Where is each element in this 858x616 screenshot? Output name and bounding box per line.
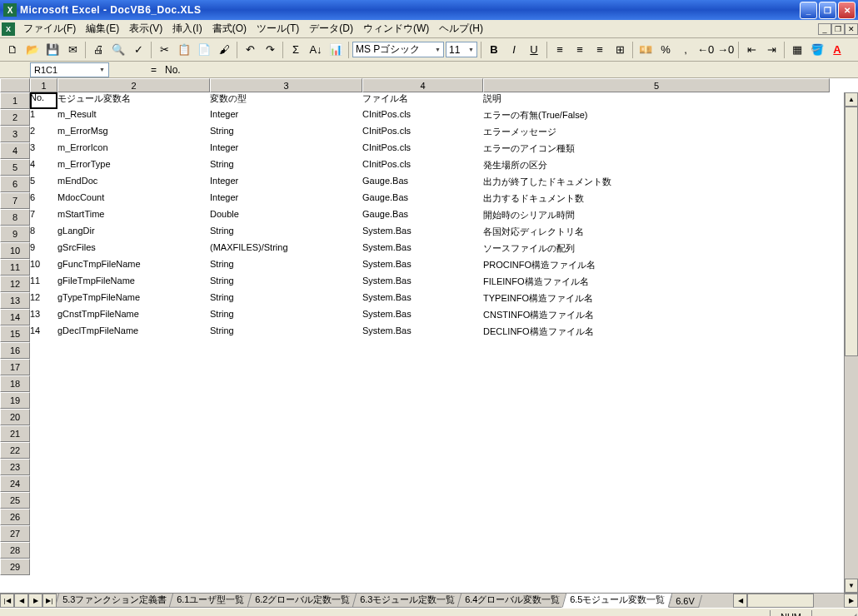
cell[interactable]: Gauge.Bas (362, 192, 483, 209)
sort-button[interactable]: A↓ (307, 41, 325, 59)
cell[interactable]: mStartTime (57, 209, 210, 226)
row-header[interactable]: 9 (0, 226, 30, 242)
cell[interactable] (57, 525, 210, 542)
cell[interactable]: 8 (30, 226, 57, 242)
cell[interactable] (362, 509, 483, 525)
row-header[interactable]: 28 (0, 542, 30, 559)
cell[interactable] (362, 542, 483, 559)
cell[interactable] (57, 359, 210, 375)
scroll-thumb[interactable] (747, 594, 814, 608)
row-header[interactable]: 5 (0, 159, 30, 176)
cell[interactable] (483, 525, 830, 542)
cell[interactable]: Gauge.Bas (362, 209, 483, 226)
cell[interactable]: モジュール変数名 (57, 92, 210, 109)
cell[interactable]: Double (210, 209, 362, 226)
cell[interactable] (210, 392, 362, 409)
cell[interactable] (30, 525, 57, 542)
cell[interactable] (57, 559, 210, 575)
cell[interactable] (30, 475, 57, 492)
cell[interactable]: CInitPos.cls (362, 109, 483, 126)
comma-button[interactable]: , (676, 41, 695, 59)
cell[interactable]: Integer (210, 192, 362, 209)
cell[interactable]: m_ErrorMsg (57, 126, 210, 142)
cell[interactable] (483, 509, 830, 525)
cell[interactable]: m_ErrorIcon (57, 142, 210, 159)
format-painter-button[interactable]: 🖌 (215, 41, 233, 59)
cell[interactable]: 2 (30, 126, 57, 142)
chart-button[interactable]: 📊 (327, 41, 345, 59)
cell[interactable]: MdocCount (57, 192, 210, 209)
maximize-button[interactable]: ❐ (819, 2, 836, 19)
cell[interactable] (30, 392, 57, 409)
align-right-button[interactable]: ≡ (591, 41, 609, 59)
cell[interactable]: TYPEINFO構造ファイル名 (483, 292, 830, 309)
vertical-scrollbar[interactable]: ▲ ▼ (844, 92, 858, 593)
menu-help[interactable]: ヘルプ(H) (434, 20, 488, 37)
cell[interactable]: DECLINFO構造ファイル名 (483, 325, 830, 342)
cell[interactable]: System.Bas (362, 309, 483, 325)
menu-tools[interactable]: ツール(T) (252, 20, 304, 37)
cell[interactable] (30, 492, 57, 509)
cell[interactable]: Gauge.Bas (362, 176, 483, 192)
formula-content[interactable]: No. (165, 64, 181, 76)
cell[interactable]: System.Bas (362, 276, 483, 292)
align-left-button[interactable]: ≡ (551, 41, 569, 59)
sheet-tab[interactable]: 5.3ファンクション定義書 (57, 594, 175, 608)
row-header[interactable]: 27 (0, 525, 30, 542)
cell[interactable] (57, 375, 210, 392)
cell[interactable]: m_Result (57, 109, 210, 126)
menu-edit[interactable]: 編集(E) (81, 20, 124, 37)
menu-view[interactable]: 表示(V) (124, 20, 167, 37)
menu-format[interactable]: 書式(O) (207, 20, 252, 37)
cell[interactable]: 13 (30, 309, 57, 325)
row-header[interactable]: 7 (0, 192, 30, 209)
cell[interactable]: Integer (210, 176, 362, 192)
align-center-button[interactable]: ≡ (571, 41, 589, 59)
cell[interactable]: gCnstTmpFileName (57, 309, 210, 325)
row-header[interactable]: 16 (0, 342, 30, 359)
cell[interactable] (483, 475, 830, 492)
cut-button[interactable]: ✂ (155, 41, 173, 59)
cell[interactable] (483, 492, 830, 509)
font-color-button[interactable]: A (828, 41, 846, 59)
cell[interactable]: System.Bas (362, 259, 483, 276)
row-header[interactable]: 24 (0, 475, 30, 492)
row-header[interactable]: 3 (0, 126, 30, 142)
cell[interactable]: String (210, 126, 362, 142)
row-header[interactable]: 12 (0, 276, 30, 292)
row-header[interactable]: 11 (0, 259, 30, 276)
autosum-button[interactable]: Σ (287, 41, 305, 59)
cell[interactable] (210, 509, 362, 525)
decrease-indent-button[interactable]: ⇤ (742, 41, 761, 59)
cell[interactable]: 開始時のシリアル時間 (483, 209, 830, 226)
merge-button[interactable]: ⊞ (611, 41, 629, 59)
cell[interactable]: 説明 (483, 92, 830, 109)
cell[interactable] (210, 475, 362, 492)
underline-button[interactable]: U (525, 41, 543, 59)
cell[interactable]: エラーのアイコン種類 (483, 142, 830, 159)
row-header[interactable]: 10 (0, 242, 30, 259)
font-name-select[interactable]: MS Pゴシック▼ (352, 42, 444, 57)
cell[interactable] (362, 392, 483, 409)
fill-color-button[interactable]: 🪣 (808, 41, 826, 59)
cell[interactable]: gLangDir (57, 226, 210, 242)
cell[interactable]: String (210, 259, 362, 276)
cell[interactable] (30, 375, 57, 392)
row-header[interactable]: 6 (0, 176, 30, 192)
cell[interactable]: mEndDoc (57, 176, 210, 192)
sheet-tab[interactable]: 6.6V (668, 595, 702, 608)
cell[interactable]: gDeclTmpFileName (57, 325, 210, 342)
cell[interactable] (57, 475, 210, 492)
cell[interactable] (210, 425, 362, 442)
cell[interactable]: 出力するドキュメント数 (483, 192, 830, 209)
cell[interactable] (362, 375, 483, 392)
menu-insert[interactable]: 挿入(I) (167, 20, 207, 37)
row-header[interactable]: 14 (0, 309, 30, 325)
cell[interactable]: 変数の型 (210, 92, 362, 109)
cell[interactable] (483, 359, 830, 375)
cell[interactable]: String (210, 325, 362, 342)
cell[interactable]: Integer (210, 142, 362, 159)
print-button[interactable]: 🖨 (89, 41, 107, 59)
bold-button[interactable]: B (485, 41, 503, 59)
cell[interactable] (362, 459, 483, 475)
